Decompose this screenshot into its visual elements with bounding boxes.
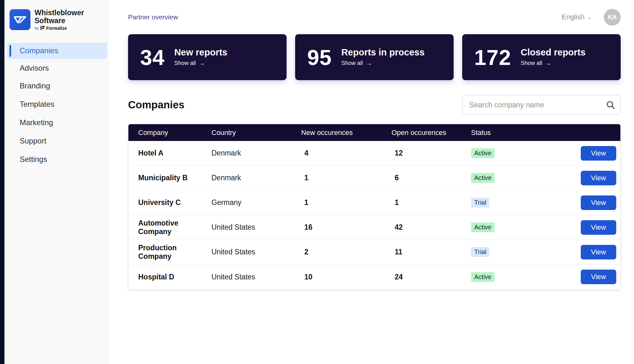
view-button[interactable]: View [581, 220, 616, 235]
cell-new-occurences: 10 [301, 273, 391, 281]
stat-card-value: 34 [140, 45, 165, 70]
stat-cards: 34 New reports Show all → 95 Reports in … [128, 34, 621, 80]
search-box [462, 95, 621, 115]
sidebar-item[interactable]: Branding [7, 78, 107, 94]
col-header-open-occurences: Open occurences [391, 129, 471, 137]
table-header-row: Company Country New occurences Open occu… [128, 124, 620, 141]
companies-section-head: Companies [128, 95, 621, 115]
sidebar-item[interactable]: Settings [7, 151, 107, 168]
cell-country: Denmark [211, 149, 301, 157]
stat-card-title: Reports in process [341, 48, 425, 58]
cell-country: Denmark [211, 174, 301, 182]
table-row: Hotel A Denmark 4 12 Active View [128, 141, 620, 166]
view-button[interactable]: View [581, 195, 616, 210]
sidebar-item[interactable]: Marketing [7, 115, 107, 131]
col-header-company: Company [128, 129, 211, 137]
view-button[interactable]: View [581, 245, 616, 259]
table-row: Production Company United States 2 11 Tr… [128, 240, 620, 265]
sidebar-item[interactable]: Support [7, 133, 107, 149]
cell-country: United States [211, 248, 301, 256]
table-body: Hotel A Denmark 4 12 Active View Municip… [128, 141, 620, 289]
view-button[interactable]: View [581, 146, 616, 161]
stat-card: 34 New reports Show all → [128, 34, 287, 80]
companies-table: Company Country New occurences Open occu… [128, 124, 621, 290]
table-row: Municipality B Denmark 1 6 Active View [128, 166, 620, 190]
cell-company: Municipality B [128, 174, 211, 182]
cell-new-occurences: 2 [301, 248, 391, 256]
formalize-icon [41, 26, 45, 30]
cell-open-occurences: 6 [391, 174, 471, 182]
left-edge-strip [0, 0, 4, 364]
cell-new-occurences: 4 [301, 149, 391, 157]
cell-country: United States [211, 273, 301, 281]
main-content: Partner overview English ⌄ KA 34 New rep… [108, 0, 634, 364]
chevron-down-icon: ⌄ [587, 14, 592, 21]
brand-by-name: Formalize [46, 26, 67, 31]
cell-company: Hotel A [128, 149, 211, 157]
cell-open-occurences: 42 [391, 223, 471, 232]
table-row: Automotive Company United States 16 42 A… [128, 215, 620, 240]
sidebar-nav: Companies Advisors Branding Templates Ma… [4, 43, 108, 168]
sidebar-item-label: Marketing [20, 118, 53, 127]
cell-country: United States [211, 223, 301, 232]
stat-card-value: 172 [474, 45, 511, 70]
cell-company: Hospital D [128, 273, 211, 281]
sidebar-item-label: Settings [20, 155, 47, 164]
sidebar-item-label: Support [20, 137, 46, 145]
cell-new-occurences: 1 [301, 174, 391, 182]
brand-logo: Whistleblower Software by Formalize [4, 0, 108, 38]
cell-open-occurences: 24 [391, 273, 471, 281]
sidebar-item[interactable]: Advisors [7, 60, 107, 76]
status-badge: Active [471, 222, 495, 232]
arrow-right-icon: → [545, 60, 552, 67]
topbar: Partner overview English ⌄ KA [128, 0, 621, 32]
cell-open-occurences: 1 [391, 198, 471, 207]
sidebar-item-label: Templates [20, 100, 54, 109]
page-title: Companies [128, 99, 184, 111]
stat-card-title: Closed reports [521, 48, 585, 58]
sidebar-item[interactable]: Companies [7, 43, 107, 59]
stat-card-title: New reports [174, 48, 228, 58]
cell-company: Production Company [128, 244, 211, 261]
cell-new-occurences: 16 [301, 223, 391, 232]
col-header-new-occurences: New occurences [301, 129, 391, 137]
sidebar-item-label: Branding [20, 81, 50, 90]
stat-card-show-all-link[interactable]: Show all → [341, 60, 425, 67]
status-badge: Trial [471, 198, 489, 208]
stat-card-show-all-link[interactable]: Show all → [174, 60, 228, 67]
col-header-status: Status [471, 129, 572, 137]
sidebar-item-label: Advisors [20, 64, 49, 73]
language-label: English [562, 13, 585, 21]
view-button[interactable]: View [581, 171, 616, 185]
status-badge: Trial [471, 247, 489, 257]
cell-new-occurences: 1 [301, 198, 391, 207]
status-badge: Active [471, 173, 495, 183]
table-row: University C Germany 1 1 Trial View [128, 190, 620, 215]
sidebar-item-label: Companies [20, 46, 58, 55]
view-button[interactable]: View [581, 270, 616, 284]
sidebar: Whistleblower Software by Formalize Comp… [4, 0, 108, 364]
stat-card: 172 Closed reports Show all → [462, 34, 621, 80]
status-badge: Active [471, 272, 495, 282]
arrow-right-icon: → [199, 60, 205, 67]
search-input[interactable] [462, 95, 621, 115]
cell-open-occurences: 12 [391, 149, 471, 157]
language-selector[interactable]: English ⌄ [562, 13, 592, 21]
col-header-country: Country [211, 129, 301, 137]
cell-company: Automotive Company [128, 219, 211, 236]
brand-name-line1: Whistleblower [35, 9, 84, 17]
search-icon[interactable] [606, 100, 615, 109]
cell-open-occurences: 11 [391, 248, 471, 256]
sidebar-item[interactable]: Templates [7, 96, 107, 112]
brand-name-line2: Software [35, 17, 84, 25]
breadcrumb[interactable]: Partner overview [128, 13, 178, 21]
table-row: Hospital D United States 10 24 Active Vi… [128, 265, 620, 289]
cell-country: Germany [211, 198, 301, 207]
stat-card-value: 95 [307, 45, 332, 70]
cell-company: University C [128, 198, 211, 207]
whistleblower-logo-icon [10, 9, 30, 30]
status-badge: Active [471, 148, 495, 158]
arrow-right-icon: → [366, 60, 372, 67]
avatar[interactable]: KA [604, 9, 621, 26]
stat-card-show-all-link[interactable]: Show all → [521, 60, 585, 67]
